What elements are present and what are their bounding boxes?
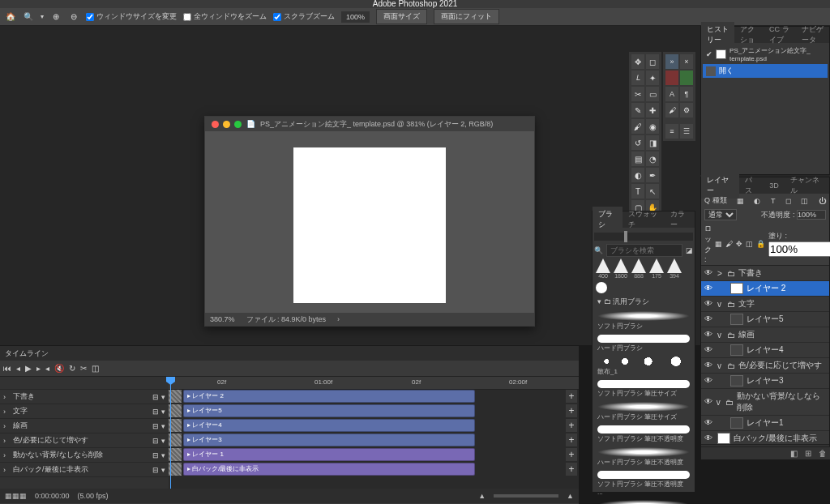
clip-chevron-icon[interactable]: ▸ <box>187 392 190 399</box>
timeline-layer-row[interactable]: ›色/必要に応じて増やす⊟ ▾ <box>0 434 169 448</box>
eraser-tool-icon[interactable]: ◨ <box>646 135 659 150</box>
brush-tip-icon[interactable] <box>596 258 610 273</box>
mute-icon[interactable]: 🔇 <box>54 364 64 373</box>
layer-row[interactable]: 👁>🗀下書き <box>701 266 829 281</box>
visibility-icon[interactable]: 👁 <box>704 330 714 340</box>
timeline-clip[interactable]: ▸ レイヤー4 <box>183 419 475 432</box>
visibility-icon[interactable]: 👁 <box>704 361 714 370</box>
chevron-right-icon[interactable]: › <box>3 393 10 401</box>
fps-readout[interactable]: (5.00 fps) <box>78 492 109 500</box>
brush-item[interactable]: ハード円ブラシ 筆圧不透明度 <box>594 445 693 468</box>
clip-chevron-icon[interactable]: ▸ <box>187 421 190 429</box>
timeline-ruler[interactable]: 02f01:00f02f02:00f <box>169 377 579 390</box>
brush-item[interactable]: ソフト円ブラシ <box>594 309 693 332</box>
visibility-icon[interactable]: 👁 <box>704 376 714 386</box>
clip-chevron-icon[interactable]: ▸ <box>187 407 190 414</box>
brush-import-icon[interactable]: ◪ <box>686 246 693 254</box>
layer-row[interactable]: 👁v🗀動かない背景/なしなら削除 <box>701 389 829 416</box>
maximize-icon[interactable] <box>234 121 242 128</box>
history-step[interactable]: 開く <box>703 64 828 78</box>
actual-size-button[interactable]: 画面サイズ <box>376 9 427 24</box>
visibility-icon[interactable]: 👁 <box>704 397 713 407</box>
tab-color[interactable]: カラー <box>665 207 695 233</box>
path-tool-icon[interactable]: ↖ <box>646 184 659 199</box>
chevron-right-icon[interactable]: › <box>337 315 340 323</box>
tab-channels[interactable]: チャンネル <box>785 173 829 199</box>
chevron-right-icon[interactable]: › <box>3 451 10 459</box>
visibility-icon[interactable]: 👁 <box>704 345 714 355</box>
layer-row[interactable]: 👁レイヤー3 <box>701 374 829 389</box>
cut-icon[interactable]: ✂ <box>80 364 87 373</box>
filter-type-icon[interactable]: T <box>771 197 776 205</box>
visibility-icon[interactable]: 👁 <box>704 284 714 293</box>
brush-tool-icon[interactable]: 🖌 <box>631 119 644 134</box>
layer-row[interactable]: 👁v🗀文字 <box>701 297 829 312</box>
brush-item[interactable]: ソフト円ブラシ 筆圧サイズ <box>594 378 693 399</box>
scrubby-zoom-checkbox[interactable]: スクラブズーム <box>273 11 335 22</box>
visibility-icon[interactable]: 👁 <box>704 434 714 443</box>
brush-item[interactable]: ハード円ブラシ <box>594 332 693 354</box>
zoom-out-icon[interactable]: ▲ <box>478 492 486 500</box>
timeline-layer-row[interactable]: ›下書き⊟ ▾ <box>0 390 169 404</box>
gradient-tool-icon[interactable]: ▤ <box>631 152 644 166</box>
clip-chevron-icon[interactable]: ▸ <box>187 436 190 443</box>
swatch-icon[interactable] <box>680 70 693 85</box>
filter-adjust-icon[interactable]: ◐ <box>754 197 760 205</box>
timeline-layer-row[interactable]: ›動かない背景/なしなら削除⊟ ▾ <box>0 448 169 463</box>
new-doc-icon[interactable]: ⊞ <box>803 449 813 459</box>
brush-item[interactable]: ソフト円ブラシ 筆圧不透明度 ... <box>594 468 693 498</box>
loop-icon[interactable]: ↻ <box>69 364 75 373</box>
prev-frame-icon[interactable]: ◂ <box>16 364 20 373</box>
zoom-in-icon[interactable]: ▲ <box>567 492 574 500</box>
add-clip-button[interactable]: + <box>566 404 577 417</box>
marquee-tool-icon[interactable]: ◻ <box>646 54 659 69</box>
close-icon[interactable] <box>212 121 219 128</box>
first-frame-icon[interactable]: ⏮ <box>3 364 11 373</box>
file-info[interactable]: ファイル : 84.9K/0 bytes <box>246 314 327 325</box>
timeline-track-area[interactable]: 02f01:00f02f02:00f ▸ レイヤー 2+▸ レイヤー5+▸ レイ… <box>169 377 579 489</box>
add-clip-button[interactable]: + <box>566 419 577 432</box>
track-options-icon[interactable]: ⊟ ▾ <box>152 466 165 474</box>
add-clip-button[interactable]: + <box>566 434 577 446</box>
brush-panel-icon[interactable]: 🖌 <box>665 103 678 117</box>
clip-chevron-icon[interactable]: ▸ <box>187 451 190 458</box>
chevron-right-icon[interactable]: › <box>3 466 10 474</box>
brush-tip-icon[interactable] <box>614 258 628 273</box>
zoom-slider[interactable] <box>494 494 558 498</box>
brush-tip-icon[interactable] <box>631 258 646 273</box>
visibility-icon[interactable]: 👁 <box>704 418 714 428</box>
add-clip-button[interactable]: + <box>566 463 577 476</box>
visibility-icon[interactable]: 👁 <box>704 268 714 278</box>
next-frame-icon[interactable]: ▸ <box>36 364 41 373</box>
layer-row[interactable]: 👁レイヤー4 <box>701 343 829 358</box>
brush-tip-icon[interactable] <box>667 258 682 273</box>
brush-item[interactable]: ハード円ブラシ 筆圧不透明度 ... <box>594 498 693 504</box>
lasso-tool-icon[interactable]: 𝘓 <box>631 70 644 85</box>
canvas[interactable] <box>293 147 446 303</box>
playhead[interactable] <box>170 377 171 489</box>
options-icon[interactable]: ☰ <box>680 124 693 139</box>
blend-mode-select[interactable]: 通常 <box>704 209 737 220</box>
stamp-tool-icon[interactable]: ◉ <box>646 119 659 134</box>
document-titlebar[interactable]: 📄 PS_アニメーション絵文字_ template.psd @ 381% (レイ… <box>205 117 534 131</box>
zoom-out-icon[interactable]: ⊖ <box>68 11 79 23</box>
tab-paths[interactable]: パス <box>739 173 764 199</box>
expand-panel-icon[interactable]: » <box>665 54 678 69</box>
filter-pixel-icon[interactable]: ▦ <box>737 197 744 205</box>
dodge-tool-icon[interactable]: ◐ <box>631 168 644 182</box>
lock-pos-icon[interactable]: ✥ <box>736 240 742 248</box>
swatch-icon[interactable] <box>665 70 678 85</box>
track-options-icon[interactable]: ⊟ ▾ <box>152 408 165 416</box>
paragraph-icon[interactable]: ¶ <box>680 87 693 101</box>
tab-cclib[interactable]: CC ライブ <box>764 22 796 48</box>
move-tool-icon[interactable]: ✥ <box>631 54 644 69</box>
add-clip-button[interactable]: + <box>566 390 577 403</box>
transition-icon[interactable]: ◫ <box>92 364 99 373</box>
track-options-icon[interactable]: ⊟ ▾ <box>152 451 165 459</box>
window-controls[interactable] <box>212 121 242 128</box>
tab-navigator[interactable]: ナビゲータ <box>796 22 829 48</box>
visibility-icon[interactable]: 👁 <box>704 314 714 324</box>
timeline-layer-row[interactable]: ›白バック/最後に非表示⊟ ▾ <box>0 463 169 477</box>
close-panel-icon[interactable]: × <box>680 54 693 69</box>
brush-item[interactable]: 散布_1 <box>594 354 693 378</box>
